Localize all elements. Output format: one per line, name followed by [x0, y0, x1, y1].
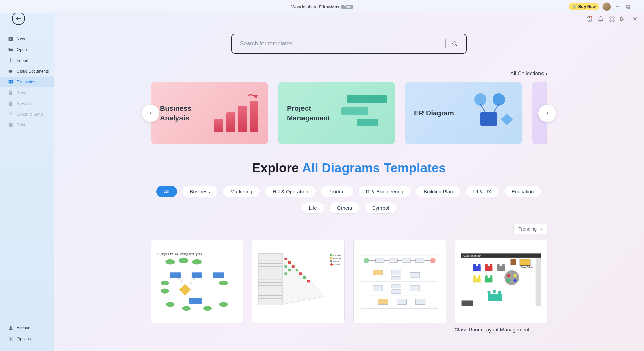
nav-label: Save As: [17, 101, 32, 106]
nav-label: Print: [17, 123, 25, 127]
pill-life[interactable]: Life: [301, 202, 324, 214]
bell-icon[interactable]: [598, 16, 604, 22]
svg-rect-90: [295, 269, 298, 271]
buy-now-button[interactable]: 🛒 Buy Now: [569, 3, 599, 10]
nav-cloud-documents[interactable]: Cloud Documents: [0, 66, 54, 77]
pill-product[interactable]: Product: [321, 186, 354, 197]
nav-label: Cloud Documents: [17, 69, 49, 74]
svg-rect-70: [258, 254, 282, 257]
pill-it-engineering[interactable]: IT & Engineering: [358, 186, 411, 197]
svg-rect-103: [330, 263, 333, 266]
all-collections-link[interactable]: All Collections ›: [151, 71, 547, 77]
settings-icon[interactable]: [632, 16, 638, 22]
svg-rect-101: [330, 260, 332, 262]
svg-rect-111: [389, 259, 397, 262]
help-icon[interactable]: [586, 16, 592, 22]
nav-account[interactable]: Account: [0, 323, 54, 334]
explore-prefix: Explore: [252, 161, 302, 175]
svg-text:negative: negative: [333, 264, 340, 266]
pill-education[interactable]: Education: [504, 186, 542, 197]
svg-rect-10: [613, 20, 614, 22]
print-icon: [8, 122, 13, 128]
svg-point-64: [182, 306, 190, 311]
nav-options[interactable]: Options: [0, 334, 54, 344]
pill-business[interactable]: Business: [182, 186, 218, 197]
template-thumbnail: Classroom Interior Teacher's Table: [455, 240, 548, 323]
shortcut-icon[interactable]: [609, 16, 615, 22]
nav-label: Templates: [17, 80, 35, 84]
collection-card-business-analysis[interactable]: Business Analysis: [151, 82, 268, 144]
svg-point-11: [634, 18, 636, 20]
svg-rect-141: [473, 278, 480, 282]
pill-ui-ux[interactable]: UI & UX: [466, 186, 499, 197]
sidebar: New + Open Import Cloud Documents Templa…: [0, 0, 54, 351]
svg-rect-19: [10, 91, 11, 92]
pill-all[interactable]: All: [156, 186, 177, 197]
svg-point-147: [497, 264, 499, 266]
sort-label: Trending: [518, 226, 537, 232]
carousel-prev-button[interactable]: [142, 105, 159, 122]
collection-card-project-management[interactable]: Project Management: [278, 82, 395, 144]
save-as-icon: [8, 101, 13, 106]
pill-building-plan[interactable]: Building Plan: [416, 186, 461, 197]
buy-now-label: Buy Now: [578, 4, 596, 9]
template-card[interactable]: mandatory desirable neutral negative: [252, 240, 345, 333]
svg-rect-8: [613, 17, 614, 18]
svg-point-155: [513, 274, 517, 277]
svg-point-153: [504, 270, 519, 285]
pill-others[interactable]: Others: [329, 202, 360, 214]
search-divider: [445, 39, 446, 48]
theme-icon[interactable]: [620, 16, 627, 22]
collection-card-er-diagram[interactable]: ER Diagram: [405, 82, 522, 144]
svg-point-146: [490, 264, 492, 266]
close-button[interactable]: [635, 3, 641, 10]
nav-templates[interactable]: Templates: [0, 77, 54, 87]
svg-point-161: [498, 291, 501, 294]
svg-rect-110: [375, 259, 384, 262]
svg-rect-81: [258, 289, 282, 292]
svg-rect-20: [10, 102, 11, 103]
carousel-next-button[interactable]: [538, 105, 556, 122]
svg-point-109: [364, 258, 369, 263]
template-card[interactable]: Classroom Interior Teacher's Table: [455, 240, 548, 333]
svg-rect-140: [497, 266, 504, 271]
import-icon: [8, 58, 13, 63]
search-icon[interactable]: [452, 41, 458, 47]
nav-open[interactable]: Open: [0, 44, 54, 55]
svg-point-143: [473, 264, 476, 266]
svg-point-149: [473, 275, 476, 278]
pill-marketing[interactable]: Marketing: [223, 186, 260, 197]
svg-rect-77: [258, 276, 282, 279]
pill-symbol[interactable]: Symbol: [365, 202, 397, 214]
svg-rect-97: [330, 254, 332, 256]
nav-label: Import: [17, 58, 28, 63]
svg-point-53: [179, 258, 189, 263]
template-card[interactable]: [353, 240, 446, 333]
svg-point-37: [474, 93, 486, 106]
search-input[interactable]: [240, 40, 439, 47]
svg-rect-73: [258, 263, 282, 267]
main-content: All Collections › Business Analysis: [54, 0, 644, 351]
account-icon: [8, 325, 13, 331]
avatar[interactable]: [602, 2, 611, 11]
svg-text:Classroom Interior: Classroom Interior: [463, 255, 481, 257]
template-card[interactable]: ER diagram for Hotel Management System: [151, 240, 243, 333]
maximize-button[interactable]: [625, 3, 631, 10]
nav-new[interactable]: New +: [0, 34, 54, 44]
sort-dropdown[interactable]: Trending: [513, 224, 547, 234]
svg-point-152: [490, 275, 492, 278]
svg-point-63: [166, 302, 174, 307]
svg-rect-119: [373, 286, 383, 291]
nav-import[interactable]: Import: [0, 55, 54, 66]
minimize-button[interactable]: [614, 3, 621, 10]
nav-label: Export & Send: [17, 112, 43, 117]
back-button[interactable]: [12, 12, 25, 25]
card-title: Project Management: [287, 104, 341, 123]
svg-point-38: [493, 93, 505, 106]
plus-icon[interactable]: +: [46, 36, 48, 42]
pill-hr-operation[interactable]: HR & Operation: [265, 186, 316, 197]
svg-rect-85: [258, 302, 282, 305]
svg-point-59: [161, 281, 169, 285]
svg-point-66: [219, 302, 228, 307]
svg-rect-120: [392, 284, 401, 288]
